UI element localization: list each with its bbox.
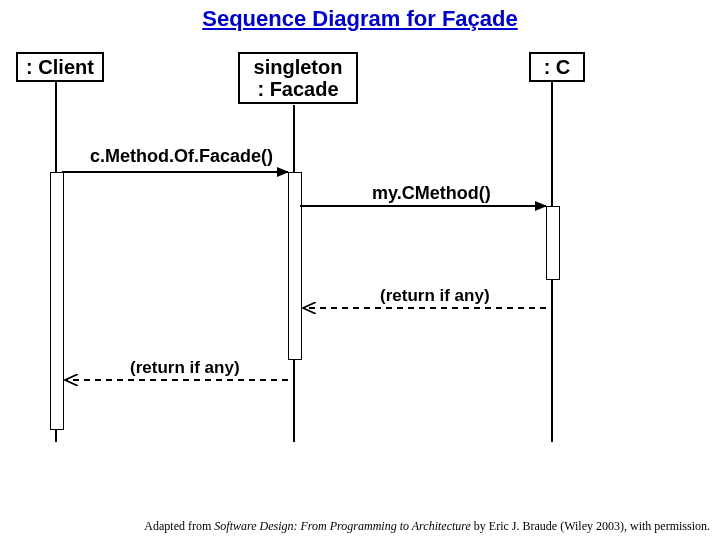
arrows-overlay <box>0 0 720 540</box>
activation-client <box>50 172 64 430</box>
footer-book: Software Design: From Programming to Arc… <box>214 519 471 533</box>
diagram-title: Sequence Diagram for Façade <box>0 6 720 32</box>
role-facade-label2: : Facade <box>257 78 338 100</box>
role-client: : Client <box>16 52 104 82</box>
message-return1-label: (return if any) <box>380 286 490 306</box>
footer-suffix: by Eric J. Braude (Wiley 2003), with per… <box>471 519 710 533</box>
role-client-label: : Client <box>26 56 94 78</box>
role-facade-label1: singleton <box>254 56 343 78</box>
role-c-label: : C <box>544 56 571 78</box>
role-c: : C <box>529 52 585 82</box>
activation-c <box>546 206 560 280</box>
role-facade: singleton : Facade <box>238 52 358 104</box>
footer-prefix: Adapted from <box>144 519 214 533</box>
message-return2-label: (return if any) <box>130 358 240 378</box>
footer-credit: Adapted from Software Design: From Progr… <box>144 519 710 534</box>
activation-facade <box>288 172 302 360</box>
message-call1-label: c.Method.Of.Facade() <box>90 146 273 167</box>
message-call2-label: my.CMethod() <box>372 183 491 204</box>
